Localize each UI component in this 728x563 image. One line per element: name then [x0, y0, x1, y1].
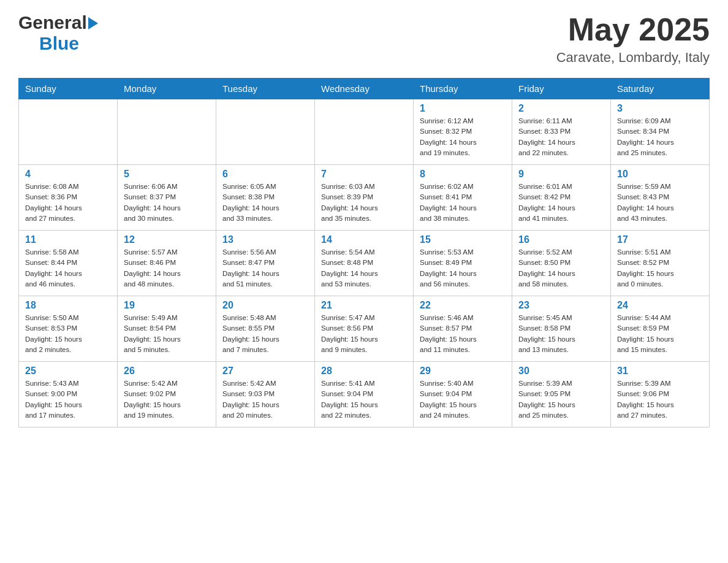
- day-info: Sunrise: 6:02 AMSunset: 8:41 PMDaylight:…: [420, 182, 506, 224]
- day-number: 31: [617, 366, 703, 377]
- day-number: 9: [518, 169, 604, 180]
- day-info: Sunrise: 5:39 AMSunset: 9:05 PMDaylight:…: [518, 378, 604, 421]
- calendar-cell: 22Sunrise: 5:46 AMSunset: 8:57 PMDayligh…: [414, 296, 512, 362]
- day-number: 7: [321, 169, 407, 180]
- day-of-week-header: Tuesday: [216, 79, 315, 99]
- day-info: Sunrise: 6:11 AMSunset: 8:33 PMDaylight:…: [518, 116, 604, 158]
- day-of-week-header: Saturday: [611, 79, 710, 99]
- day-number: 18: [25, 300, 111, 311]
- calendar-cell: 28Sunrise: 5:41 AMSunset: 9:04 PMDayligh…: [315, 362, 414, 427]
- day-info: Sunrise: 6:12 AMSunset: 8:32 PMDaylight:…: [420, 116, 506, 158]
- calendar-cell: 14Sunrise: 5:54 AMSunset: 8:48 PMDayligh…: [315, 231, 414, 296]
- calendar-week-row: 18Sunrise: 5:50 AMSunset: 8:53 PMDayligh…: [19, 296, 710, 362]
- day-info: Sunrise: 6:06 AMSunset: 8:37 PMDaylight:…: [124, 182, 210, 224]
- day-number: 1: [420, 103, 506, 114]
- day-number: 27: [222, 366, 308, 377]
- calendar-cell: 11Sunrise: 5:58 AMSunset: 8:44 PMDayligh…: [19, 231, 118, 296]
- day-info: Sunrise: 5:54 AMSunset: 8:48 PMDaylight:…: [321, 247, 407, 289]
- day-number: 24: [617, 300, 703, 311]
- day-number: 2: [518, 103, 604, 114]
- day-of-week-header: Monday: [118, 79, 216, 99]
- calendar-cell: 20Sunrise: 5:48 AMSunset: 8:55 PMDayligh…: [216, 296, 315, 362]
- calendar-cell: 23Sunrise: 5:45 AMSunset: 8:58 PMDayligh…: [512, 296, 611, 362]
- day-info: Sunrise: 6:09 AMSunset: 8:34 PMDaylight:…: [617, 116, 703, 158]
- day-info: Sunrise: 5:49 AMSunset: 8:54 PMDaylight:…: [124, 313, 210, 355]
- day-of-week-header: Wednesday: [315, 79, 414, 99]
- day-number: 4: [25, 169, 111, 180]
- calendar-cell: 13Sunrise: 5:56 AMSunset: 8:47 PMDayligh…: [216, 231, 315, 296]
- day-info: Sunrise: 5:46 AMSunset: 8:57 PMDaylight:…: [420, 313, 506, 355]
- title-block: May 2025 Caravate, Lombardy, Italy: [556, 12, 710, 66]
- calendar-cell: 29Sunrise: 5:40 AMSunset: 9:04 PMDayligh…: [414, 362, 512, 427]
- calendar-table: SundayMondayTuesdayWednesdayThursdayFrid…: [18, 78, 710, 427]
- day-info: Sunrise: 5:40 AMSunset: 9:04 PMDaylight:…: [420, 378, 506, 421]
- day-info: Sunrise: 5:50 AMSunset: 8:53 PMDaylight:…: [25, 313, 111, 355]
- day-number: 11: [25, 234, 111, 245]
- calendar-cell: 4Sunrise: 6:08 AMSunset: 8:36 PMDaylight…: [19, 165, 118, 231]
- calendar-cell: [315, 99, 414, 165]
- day-info: Sunrise: 5:42 AMSunset: 9:02 PMDaylight:…: [124, 378, 210, 421]
- calendar-cell: 2Sunrise: 6:11 AMSunset: 8:33 PMDaylight…: [512, 99, 611, 165]
- day-info: Sunrise: 5:42 AMSunset: 9:03 PMDaylight:…: [222, 378, 308, 421]
- calendar-cell: 8Sunrise: 6:02 AMSunset: 8:41 PMDaylight…: [414, 165, 512, 231]
- day-number: 12: [124, 234, 210, 245]
- calendar-header: SundayMondayTuesdayWednesdayThursdayFrid…: [19, 79, 710, 99]
- day-info: Sunrise: 5:59 AMSunset: 8:43 PMDaylight:…: [617, 182, 703, 224]
- calendar-cell: 16Sunrise: 5:52 AMSunset: 8:50 PMDayligh…: [512, 231, 611, 296]
- day-info: Sunrise: 5:51 AMSunset: 8:52 PMDaylight:…: [617, 247, 703, 289]
- calendar-week-row: 4Sunrise: 6:08 AMSunset: 8:36 PMDaylight…: [19, 165, 710, 231]
- calendar-cell: 15Sunrise: 5:53 AMSunset: 8:49 PMDayligh…: [414, 231, 512, 296]
- calendar-cell: 18Sunrise: 5:50 AMSunset: 8:53 PMDayligh…: [19, 296, 118, 362]
- day-of-week-header: Thursday: [414, 79, 512, 99]
- calendar-cell: 9Sunrise: 6:01 AMSunset: 8:42 PMDaylight…: [512, 165, 611, 231]
- calendar-week-row: 25Sunrise: 5:43 AMSunset: 9:00 PMDayligh…: [19, 362, 710, 427]
- day-number: 20: [222, 300, 308, 311]
- calendar-week-row: 11Sunrise: 5:58 AMSunset: 8:44 PMDayligh…: [19, 231, 710, 296]
- month-year-title: May 2025: [556, 12, 710, 47]
- day-info: Sunrise: 5:45 AMSunset: 8:58 PMDaylight:…: [518, 313, 604, 355]
- logo: General Blue: [18, 12, 98, 54]
- day-number: 6: [222, 169, 308, 180]
- day-info: Sunrise: 6:01 AMSunset: 8:42 PMDaylight:…: [518, 182, 604, 224]
- calendar-cell: 1Sunrise: 6:12 AMSunset: 8:32 PMDaylight…: [414, 99, 512, 165]
- calendar-cell: 21Sunrise: 5:47 AMSunset: 8:56 PMDayligh…: [315, 296, 414, 362]
- day-info: Sunrise: 5:53 AMSunset: 8:49 PMDaylight:…: [420, 247, 506, 289]
- calendar-cell: 27Sunrise: 5:42 AMSunset: 9:03 PMDayligh…: [216, 362, 315, 427]
- day-info: Sunrise: 5:52 AMSunset: 8:50 PMDaylight:…: [518, 247, 604, 289]
- calendar-cell: 26Sunrise: 5:42 AMSunset: 9:02 PMDayligh…: [118, 362, 216, 427]
- day-info: Sunrise: 6:05 AMSunset: 8:38 PMDaylight:…: [222, 182, 308, 224]
- day-info: Sunrise: 5:39 AMSunset: 9:06 PMDaylight:…: [617, 378, 703, 421]
- day-number: 17: [617, 234, 703, 245]
- day-info: Sunrise: 6:03 AMSunset: 8:39 PMDaylight:…: [321, 182, 407, 224]
- calendar-cell: [216, 99, 315, 165]
- calendar-cell: 30Sunrise: 5:39 AMSunset: 9:05 PMDayligh…: [512, 362, 611, 427]
- day-number: 29: [420, 366, 506, 377]
- day-header-row: SundayMondayTuesdayWednesdayThursdayFrid…: [19, 79, 710, 99]
- calendar-cell: [118, 99, 216, 165]
- calendar-cell: 19Sunrise: 5:49 AMSunset: 8:54 PMDayligh…: [118, 296, 216, 362]
- calendar-cell: 7Sunrise: 6:03 AMSunset: 8:39 PMDaylight…: [315, 165, 414, 231]
- calendar-cell: [19, 99, 118, 165]
- day-number: 22: [420, 300, 506, 311]
- day-number: 16: [518, 234, 604, 245]
- day-number: 8: [420, 169, 506, 180]
- day-number: 19: [124, 300, 210, 311]
- calendar-week-row: 1Sunrise: 6:12 AMSunset: 8:32 PMDaylight…: [19, 99, 710, 165]
- day-number: 14: [321, 234, 407, 245]
- logo-arrow-icon: [88, 17, 98, 29]
- day-number: 25: [25, 366, 111, 377]
- day-number: 5: [124, 169, 210, 180]
- calendar-cell: 6Sunrise: 6:05 AMSunset: 8:38 PMDaylight…: [216, 165, 315, 231]
- day-info: Sunrise: 5:44 AMSunset: 8:59 PMDaylight:…: [617, 313, 703, 355]
- day-of-week-header: Friday: [512, 79, 611, 99]
- day-info: Sunrise: 5:56 AMSunset: 8:47 PMDaylight:…: [222, 247, 308, 289]
- day-info: Sunrise: 5:47 AMSunset: 8:56 PMDaylight:…: [321, 313, 407, 355]
- day-number: 23: [518, 300, 604, 311]
- calendar-cell: 31Sunrise: 5:39 AMSunset: 9:06 PMDayligh…: [611, 362, 710, 427]
- page-header: General Blue May 2025 Caravate, Lombardy…: [18, 12, 710, 66]
- day-info: Sunrise: 5:57 AMSunset: 8:46 PMDaylight:…: [124, 247, 210, 289]
- day-number: 28: [321, 366, 407, 377]
- day-info: Sunrise: 5:43 AMSunset: 9:00 PMDaylight:…: [25, 378, 111, 421]
- day-info: Sunrise: 6:08 AMSunset: 8:36 PMDaylight:…: [25, 182, 111, 224]
- day-number: 21: [321, 300, 407, 311]
